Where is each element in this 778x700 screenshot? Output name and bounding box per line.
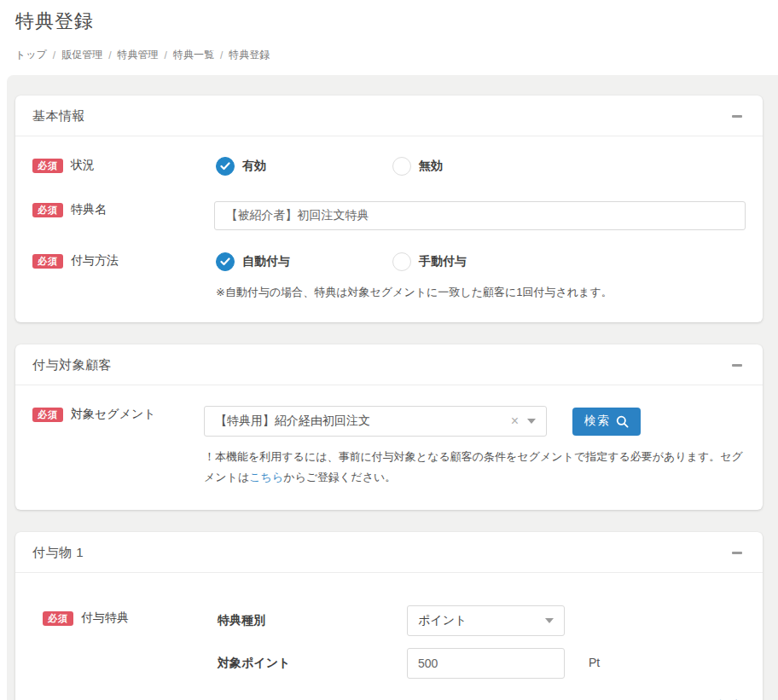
breadcrumb: トップ / 販促管理 / 特典管理 / 特典一覧 / 特典登録: [15, 48, 778, 62]
collapse-minus-icon[interactable]: [732, 360, 744, 372]
radio-status-active[interactable]: 有効: [216, 157, 392, 176]
grant-method-label-col: 必須 付与方法: [32, 252, 216, 269]
status-label: 状況: [71, 158, 95, 173]
card-target-customers: 付与対象顧客 必須 対象セグメント 【特典用】紹介経由初回注文 ×: [15, 344, 763, 510]
grant-method-label: 付与方法: [71, 253, 119, 269]
card-basic-header: 基本情報: [15, 95, 763, 136]
page-title: 特典登録: [15, 9, 778, 34]
radio-method-auto-label: 自動付与: [242, 254, 290, 269]
benefit-type-value: ポイント: [418, 613, 467, 628]
check-icon: [220, 162, 230, 171]
card-grant-title: 付与物 1: [32, 545, 84, 561]
required-badge: 必須: [32, 159, 63, 173]
benefit-type-label: 特典種別: [218, 605, 407, 628]
required-badge: 必須: [32, 203, 63, 217]
card-target-body: 必須 対象セグメント 【特典用】紹介経由初回注文 × 検索: [15, 385, 763, 510]
segment-help-after: からご登録ください。: [283, 471, 396, 483]
search-button-label: 検索: [584, 414, 610, 429]
caret-down-icon[interactable]: [527, 419, 536, 424]
content-area: 基本情報 必須 状況 有効: [7, 75, 778, 700]
benefit-name-label-col: 必須 特典名: [32, 201, 214, 217]
status-row: 必須 状況 有効 無効: [32, 157, 746, 176]
radio-status-inactive[interactable]: 無効: [392, 157, 569, 176]
radio-method-auto[interactable]: 自動付与: [216, 252, 392, 271]
required-badge: 必須: [32, 408, 63, 422]
grant-method-row: 必須 付与方法 自動付与 手動付与: [32, 252, 746, 271]
search-button[interactable]: 検索: [572, 408, 641, 436]
breadcrumb-item-benefit-list[interactable]: 特典一覧: [173, 48, 214, 62]
status-label-col: 必須 状況: [32, 157, 216, 173]
segment-combobox[interactable]: 【特典用】紹介経由初回注文 ×: [204, 406, 547, 437]
radio-method-manual[interactable]: 手動付与: [392, 252, 569, 271]
grant-benefit-label-col: 必須 付与特典: [32, 605, 218, 626]
radio-unchecked-icon: [392, 157, 411, 176]
target-points-row: 対象ポイント Pt: [32, 648, 746, 679]
card-basic-info: 基本情報 必須 状況 有効: [15, 95, 763, 322]
benefit-name-input[interactable]: [214, 201, 746, 230]
clear-icon[interactable]: ×: [511, 414, 519, 429]
segment-value: 【特典用】紹介経由初回注文: [215, 414, 511, 429]
search-icon: [616, 415, 629, 428]
segment-help-text: ！本機能を利用するには、事前に付与対象となる顧客の条件をセグメントで指定する必要…: [204, 447, 746, 488]
collapse-minus-icon[interactable]: [732, 547, 744, 559]
breadcrumb-separator: /: [165, 49, 167, 61]
grant-benefit-label: 付与特典: [81, 610, 129, 626]
points-unit-label: Pt: [589, 648, 600, 669]
status-radio-group: 有効 無効: [216, 157, 569, 176]
card-grant-body: 必須 付与特典 特典種別 ポイント 対象ポイント Pt 削除: [15, 573, 763, 700]
target-points-label: 対象ポイント: [218, 648, 407, 671]
page-header: 特典登録 トップ / 販促管理 / 特典管理 / 特典一覧 / 特典登録: [0, 0, 778, 62]
card-target-title: 付与対象顧客: [32, 357, 112, 373]
segment-label-col: 必須 対象セグメント: [32, 406, 204, 422]
breadcrumb-item-top[interactable]: トップ: [15, 48, 47, 62]
required-badge: 必須: [32, 254, 63, 269]
radio-status-active-label: 有効: [242, 159, 266, 174]
card-basic-title: 基本情報: [32, 108, 85, 124]
target-points-input[interactable]: [407, 648, 565, 679]
radio-unchecked-icon: [392, 252, 411, 271]
breadcrumb-item-current: 特典登録: [229, 48, 270, 62]
method-note-row: ※自動付与の場合、特典は対象セグメントに一致した顧客に1回付与されます。: [32, 281, 746, 300]
radio-method-manual-label: 手動付与: [419, 254, 467, 269]
method-note: ※自動付与の場合、特典は対象セグメントに一致した顧客に1回付与されます。: [216, 285, 613, 300]
segment-row: 必須 対象セグメント 【特典用】紹介経由初回注文 × 検索: [32, 406, 746, 488]
benefit-name-label: 特典名: [71, 202, 107, 217]
radio-checked-icon: [216, 157, 235, 176]
radio-status-inactive-label: 無効: [419, 159, 443, 174]
breadcrumb-separator: /: [53, 49, 55, 61]
benefit-type-row: 必須 付与特典 特典種別 ポイント: [32, 605, 746, 636]
breadcrumb-item-promotion[interactable]: 販促管理: [61, 48, 102, 62]
collapse-minus-icon[interactable]: [732, 111, 744, 123]
radio-checked-icon: [216, 252, 235, 271]
check-icon: [220, 257, 230, 266]
benefit-name-row: 必須 特典名: [32, 201, 746, 230]
card-grant-item-1: 付与物 1 必須 付与特典 特典種別 ポイント 対象ポイント: [15, 532, 763, 700]
card-target-header: 付与対象顧客: [15, 344, 763, 385]
kochira-link[interactable]: こちら: [249, 471, 283, 483]
breadcrumb-separator: /: [220, 49, 223, 61]
card-basic-body: 必須 状況 有効 無効: [15, 136, 763, 322]
required-badge: 必須: [43, 611, 73, 626]
card-grant-header: 付与物 1: [15, 532, 763, 573]
breadcrumb-separator: /: [108, 49, 111, 61]
caret-down-icon: [545, 618, 554, 623]
segment-label: 対象セグメント: [71, 407, 156, 422]
grant-method-radio-group: 自動付与 手動付与: [216, 252, 569, 271]
benefit-type-select[interactable]: ポイント: [407, 605, 565, 636]
breadcrumb-item-benefit-mgmt[interactable]: 特典管理: [118, 48, 159, 62]
